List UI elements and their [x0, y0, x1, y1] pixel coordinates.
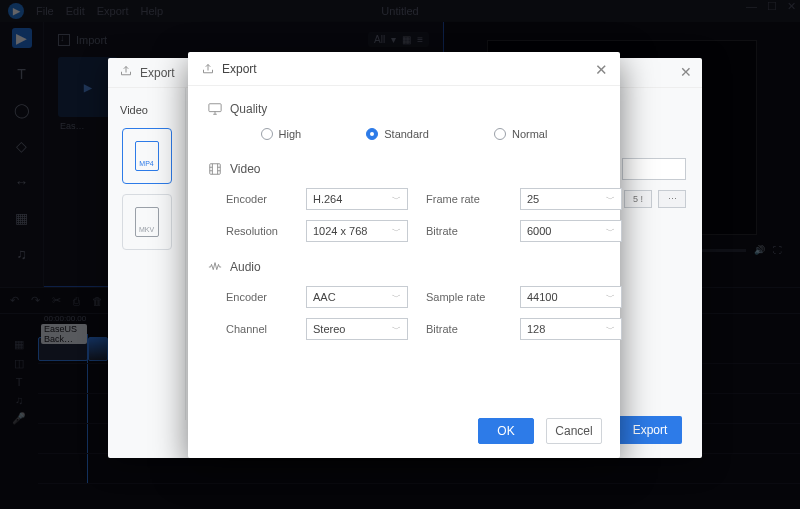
- film-icon: [208, 162, 222, 176]
- svg-rect-1: [210, 164, 221, 175]
- audio-section: Audio Encoder AAC ﹀ Sample rate 44100 ﹀ …: [208, 260, 600, 340]
- chevron-down-icon: ﹀: [606, 323, 615, 336]
- audio-encoder-select[interactable]: AAC ﹀: [306, 286, 408, 308]
- video-section: Video Encoder H.264 ﹀ Frame rate 25 ﹀ Re…: [208, 162, 600, 242]
- chevron-down-icon: ﹀: [392, 291, 401, 304]
- select-value: H.264: [313, 193, 342, 205]
- channel-select[interactable]: Stereo ﹀: [306, 318, 408, 340]
- framerate-select[interactable]: 25 ﹀: [520, 188, 622, 210]
- export-button[interactable]: Export: [618, 416, 682, 444]
- video-encoder-select[interactable]: H.264 ﹀: [306, 188, 408, 210]
- chevron-down-icon: ﹀: [606, 291, 615, 304]
- mp4-file-icon: MP4: [135, 141, 159, 171]
- browse-button[interactable]: ⋯: [658, 190, 686, 208]
- format-mkv[interactable]: MKV: [122, 194, 172, 250]
- chevron-down-icon: ﹀: [392, 323, 401, 336]
- video-bitrate-label: Bitrate: [426, 225, 502, 237]
- audio-bitrate-label: Bitrate: [426, 323, 502, 335]
- mkv-file-icon: MKV: [135, 207, 159, 237]
- chevron-down-icon: ﹀: [606, 225, 615, 238]
- select-value: Stereo: [313, 323, 345, 335]
- close-icon[interactable]: ✕: [595, 61, 608, 79]
- select-value: 128: [527, 323, 545, 335]
- export-icon: [202, 63, 214, 75]
- quality-high-radio[interactable]: High: [261, 128, 302, 140]
- tab-video[interactable]: Video: [116, 102, 177, 118]
- dialog-title: Export: [222, 62, 257, 76]
- samplerate-select[interactable]: 44100 ﹀: [520, 286, 622, 308]
- select-value: AAC: [313, 291, 336, 303]
- radio-label: Normal: [512, 128, 547, 140]
- quality-normal-radio[interactable]: Normal: [494, 128, 547, 140]
- radio-label: High: [279, 128, 302, 140]
- radio-icon: [366, 128, 378, 140]
- ok-button[interactable]: OK: [478, 418, 534, 444]
- radio-icon: [261, 128, 273, 140]
- select-value: 25: [527, 193, 539, 205]
- cancel-button[interactable]: Cancel: [546, 418, 602, 444]
- audio-bitrate-select[interactable]: 128 ﹀: [520, 318, 622, 340]
- video-heading: Video: [230, 162, 260, 176]
- chevron-down-icon: ﹀: [392, 193, 401, 206]
- quality-standard-radio[interactable]: Standard: [366, 128, 429, 140]
- export-title: Export: [140, 66, 175, 80]
- framerate-label: Frame rate: [426, 193, 502, 205]
- channel-label: Channel: [226, 323, 288, 335]
- export-settings-dialog: Export ✕ Quality High Standard: [188, 52, 620, 458]
- audio-heading: Audio: [230, 260, 261, 274]
- export-icon: [120, 65, 132, 80]
- chevron-down-icon: ﹀: [392, 225, 401, 238]
- select-value: 1024 x 768: [313, 225, 367, 237]
- select-value: 6000: [527, 225, 551, 237]
- audio-encoder-label: Encoder: [226, 291, 288, 303]
- quality-section: Quality High Standard Normal: [208, 102, 600, 144]
- filename-input[interactable]: [622, 158, 686, 180]
- monitor-icon: [208, 102, 222, 116]
- duration-label: 5 !: [624, 190, 652, 208]
- video-encoder-label: Encoder: [226, 193, 288, 205]
- chevron-down-icon: ﹀: [606, 193, 615, 206]
- waveform-icon: [208, 260, 222, 274]
- radio-icon: [494, 128, 506, 140]
- samplerate-label: Sample rate: [426, 291, 502, 303]
- format-mp4[interactable]: MP4: [122, 128, 172, 184]
- close-icon[interactable]: ✕: [680, 64, 692, 80]
- resolution-select[interactable]: 1024 x 768 ﹀: [306, 220, 408, 242]
- select-value: 44100: [527, 291, 558, 303]
- radio-label: Standard: [384, 128, 429, 140]
- svg-rect-0: [209, 104, 221, 112]
- quality-heading: Quality: [230, 102, 267, 116]
- resolution-label: Resolution: [226, 225, 288, 237]
- video-bitrate-select[interactable]: 6000 ﹀: [520, 220, 622, 242]
